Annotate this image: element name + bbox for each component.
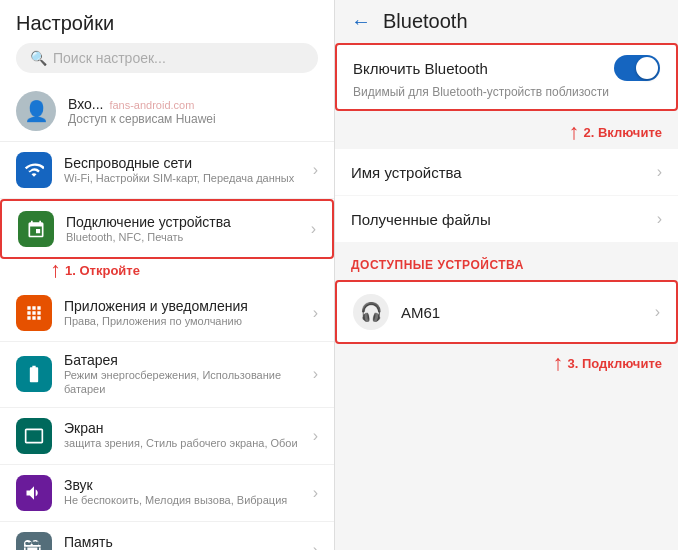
back-button[interactable]: ←: [351, 10, 371, 33]
battery-icon: [16, 356, 52, 392]
annotation-1-label: 1. Откройте: [65, 263, 140, 278]
annotation-3-label: 3. Подключите: [568, 356, 663, 371]
annotation-2-label: 2. Включите: [583, 125, 662, 140]
wireless-sub: Wi-Fi, Настройки SIM-карт, Передача данн…: [64, 171, 313, 185]
arrow-3-icon: ↑: [553, 352, 564, 374]
memory-text: Память Память, Очистка памяти: [64, 534, 313, 550]
sound-title: Звук: [64, 477, 313, 493]
right-panel: ← Bluetooth Включить Bluetooth Видимый д…: [335, 0, 678, 550]
apps-sub: Права, Приложения по умолчанию: [64, 314, 313, 328]
sound-text: Звук Не беспокоить, Мелодия вызова, Вибр…: [64, 477, 313, 507]
device-connect-icon: [18, 211, 54, 247]
search-placeholder: Поиск настроек...: [53, 50, 166, 66]
profile-sub: Доступ к сервисам Huawei: [68, 112, 216, 126]
device-connect-title: Подключение устройства: [66, 214, 311, 230]
display-text: Экран защита зрения, Стиль рабочего экра…: [64, 420, 313, 450]
annotation-3-row: ↑ 3. Подключите: [335, 348, 678, 378]
settings-item-wireless[interactable]: Беспроводные сети Wi-Fi, Настройки SIM-к…: [0, 142, 334, 199]
settings-list: Беспроводные сети Wi-Fi, Настройки SIM-к…: [0, 142, 334, 550]
settings-item-sound[interactable]: Звук Не беспокоить, Мелодия вызова, Вибр…: [0, 465, 334, 522]
profile-name: Вхо... fans-android.com: [68, 96, 216, 112]
left-header: Настройки 🔍 Поиск настроек...: [0, 0, 334, 81]
sound-icon: [16, 475, 52, 511]
wireless-text: Беспроводные сети Wi-Fi, Настройки SIM-к…: [64, 155, 313, 185]
available-devices-label: ДОСТУПНЫЕ УСТРОЙСТВА: [335, 250, 678, 276]
device-name-item[interactable]: Имя устройства ›: [335, 149, 678, 195]
wireless-title: Беспроводные сети: [64, 155, 313, 171]
memory-title: Память: [64, 534, 313, 550]
battery-sub: Режим энергосбережения, Использование ба…: [64, 368, 313, 397]
settings-item-battery[interactable]: Батарея Режим энергосбережения, Использо…: [0, 342, 334, 408]
device-icon: 🎧: [353, 294, 389, 330]
toggle-sub: Видимый для Bluetooth-устройств поблизос…: [337, 85, 676, 109]
settings-title: Настройки: [16, 12, 318, 35]
received-files-item[interactable]: Полученные файлы ›: [335, 196, 678, 242]
display-sub: защита зрения, Стиль рабочего экрана, Об…: [64, 436, 313, 450]
device-chevron: ›: [655, 303, 660, 321]
device-connect-chevron: ›: [311, 220, 316, 238]
display-chevron: ›: [313, 427, 318, 445]
bluetooth-title: Bluetooth: [383, 10, 468, 33]
battery-text: Батарея Режим энергосбережения, Использо…: [64, 352, 313, 397]
display-icon: [16, 418, 52, 454]
search-icon: 🔍: [30, 50, 47, 66]
settings-item-apps[interactable]: Приложения и уведомления Права, Приложен…: [0, 285, 334, 342]
toggle-row[interactable]: Включить Bluetooth: [337, 45, 676, 85]
device-name-text: Имя устройства: [351, 164, 657, 181]
device-connect-text: Подключение устройства Bluetooth, NFC, П…: [66, 214, 311, 244]
device-name: АМ61: [401, 304, 655, 321]
received-files-chevron: ›: [657, 210, 662, 228]
bluetooth-toggle-wrapper: Включить Bluetooth Видимый для Bluetooth…: [335, 43, 678, 111]
device-connect-sub: Bluetooth, NFC, Печать: [66, 230, 311, 244]
settings-item-display[interactable]: Экран защита зрения, Стиль рабочего экра…: [0, 408, 334, 465]
right-content: Включить Bluetooth Видимый для Bluetooth…: [335, 43, 678, 550]
wireless-chevron: ›: [313, 161, 318, 179]
bluetooth-toggle-section: Включить Bluetooth Видимый для Bluetooth…: [335, 43, 678, 111]
profile-text: Вхо... fans-android.com Доступ к сервиса…: [68, 96, 216, 126]
arrow-2-icon: ↑: [568, 121, 579, 143]
annotation-2-row: ↑ 2. Включите: [335, 119, 678, 149]
toggle-label: Включить Bluetooth: [353, 60, 488, 77]
search-box[interactable]: 🔍 Поиск настроек...: [16, 43, 318, 73]
device-name-chevron: ›: [657, 163, 662, 181]
battery-chevron: ›: [313, 365, 318, 383]
avatar: 👤: [16, 91, 56, 131]
sound-chevron: ›: [313, 484, 318, 502]
memory-chevron: ›: [313, 541, 318, 550]
apps-chevron: ›: [313, 304, 318, 322]
left-panel: Настройки 🔍 Поиск настроек... 👤 Вхо... f…: [0, 0, 335, 550]
arrow-1-icon: ↑: [50, 259, 61, 281]
apps-text: Приложения и уведомления Права, Приложен…: [64, 298, 313, 328]
apps-title: Приложения и уведомления: [64, 298, 313, 314]
received-files-text: Полученные файлы: [351, 211, 657, 228]
apps-icon: [16, 295, 52, 331]
sound-sub: Не беспокоить, Мелодия вызова, Вибрация: [64, 493, 313, 507]
display-title: Экран: [64, 420, 313, 436]
bluetooth-toggle-switch[interactable]: [614, 55, 660, 81]
settings-item-device-connect[interactable]: Подключение устройства Bluetooth, NFC, П…: [0, 199, 334, 259]
watermark-text: fans-android.com: [109, 99, 194, 111]
device-row-wrapper: 🎧 АМ61 ›: [335, 280, 678, 344]
memory-icon: [16, 532, 52, 550]
device-section[interactable]: 🎧 АМ61 ›: [335, 280, 678, 344]
settings-item-memory[interactable]: Память Память, Очистка памяти ›: [0, 522, 334, 550]
battery-title: Батарея: [64, 352, 313, 368]
profile-row[interactable]: 👤 Вхо... fans-android.com Доступ к серви…: [0, 81, 334, 142]
wireless-icon: [16, 152, 52, 188]
annotation-1-row: ↑ 1. Откройте: [0, 259, 334, 285]
right-header: ← Bluetooth: [335, 0, 678, 43]
